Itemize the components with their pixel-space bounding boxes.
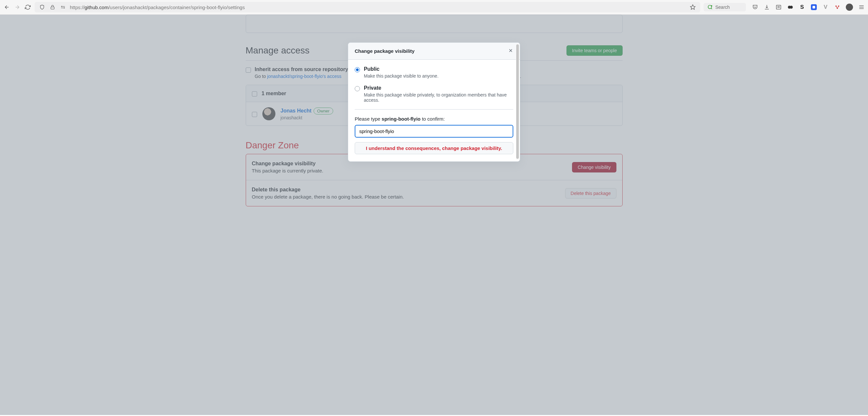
radio-public[interactable]: [355, 67, 360, 72]
private-desc: Make this package visible privately, to …: [364, 92, 513, 103]
settings-toggle-icon: [59, 4, 67, 11]
svg-point-9: [711, 5, 712, 6]
menu-icon[interactable]: [858, 4, 865, 10]
reload-button[interactable]: [24, 4, 31, 11]
bookmark-star-icon[interactable]: [689, 4, 696, 11]
visibility-option-private[interactable]: Private Make this package visible privat…: [355, 85, 513, 103]
confirm-change-button[interactable]: I understand the consequences, change pa…: [355, 142, 513, 154]
url-text: https://github.com/users/jonashackt/pack…: [70, 5, 686, 10]
modal-title: Change package visibility: [355, 48, 414, 54]
back-button[interactable]: [3, 4, 10, 11]
svg-point-4: [64, 7, 64, 8]
search-icon: [708, 5, 713, 10]
reader-icon[interactable]: [775, 4, 782, 10]
modal-scrollbar[interactable]: [516, 44, 519, 161]
search-placeholder: Search: [715, 5, 730, 10]
address-bar[interactable]: https://github.com/users/jonashackt/pack…: [35, 2, 700, 12]
forward-button[interactable]: [14, 4, 21, 11]
extension-icon-3[interactable]: [811, 4, 817, 10]
extension-icon-4[interactable]: V: [822, 4, 829, 10]
svg-line-18: [836, 6, 837, 8]
svg-marker-7: [690, 5, 695, 9]
close-icon[interactable]: [508, 48, 513, 54]
svg-rect-0: [51, 7, 55, 9]
public-desc: Make this package visible to anyone.: [364, 73, 439, 78]
visibility-option-public[interactable]: Public Make this package visible to anyo…: [355, 66, 513, 78]
download-icon[interactable]: [764, 4, 770, 10]
radio-private[interactable]: [355, 86, 360, 91]
change-visibility-modal: Change package visibility Public Make th…: [348, 42, 520, 162]
shield-icon: [38, 4, 46, 11]
extension-icon-1[interactable]: [787, 4, 794, 10]
confirm-input[interactable]: [355, 125, 513, 138]
public-label: Public: [364, 66, 439, 72]
pocket-icon[interactable]: [752, 4, 758, 10]
lock-icon: [49, 4, 56, 11]
svg-point-14: [790, 6, 793, 9]
svg-line-19: [838, 6, 838, 8]
modal-divider: [355, 109, 513, 109]
extension-icon-5[interactable]: [834, 4, 841, 10]
browser-search[interactable]: Search: [704, 3, 746, 11]
private-label: Private: [364, 85, 513, 91]
svg-point-1: [61, 6, 62, 7]
confirm-instruction: Please type spring-boot-flyio to confirm…: [355, 116, 513, 122]
profile-avatar[interactable]: [846, 4, 853, 11]
extension-icon-2[interactable]: S: [799, 4, 805, 10]
